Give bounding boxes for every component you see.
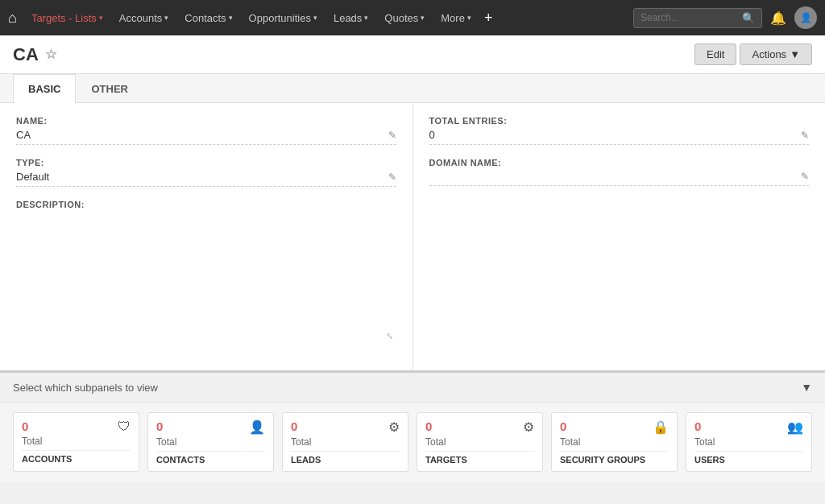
page-title-group: CA ☆ — [13, 44, 56, 65]
targets-caret-icon: ▾ — [99, 14, 103, 22]
targets-icon: ⚙ — [523, 419, 534, 435]
domain-name-label: DOMAIN NAME: — [429, 158, 810, 167]
accounts-name-label: ACCOUNTS — [22, 450, 131, 464]
home-icon[interactable]: ⌂ — [8, 10, 17, 27]
page-title: CA — [13, 44, 39, 65]
subpanel-accounts[interactable]: 0 🛡 Total ACCOUNTS — [13, 412, 139, 472]
form-left-col: NAME: CA ✎ TYPE: Default ✎ DESCRIPTION: … — [0, 103, 413, 370]
tab-basic[interactable]: BASIC — [13, 74, 76, 103]
name-edit-icon[interactable]: ✎ — [388, 130, 396, 141]
subpanels-collapse-icon[interactable]: ▼ — [801, 381, 812, 394]
subpanel-leads[interactable]: 0 ⚙ Total LEADS — [282, 412, 408, 472]
security-groups-icon: 🔒 — [653, 419, 669, 435]
tabs-bar: BASIC OTHER — [0, 74, 825, 103]
security-groups-name-label: SECURITY GROUPS — [560, 451, 669, 465]
actions-caret-icon: ▼ — [790, 48, 800, 60]
form-right-col: TOTAL ENTRIES: 0 ✎ DOMAIN NAME: ✎ — [413, 103, 826, 370]
nav-item-targets[interactable]: Targets - Lists ▾ — [25, 9, 110, 27]
security-groups-count: 0 — [560, 419, 566, 433]
contacts-caret-icon: ▾ — [229, 14, 233, 22]
page-header: CA ☆ Edit Actions ▼ — [0, 35, 825, 74]
accounts-total-label: Total — [22, 436, 131, 447]
type-value: Default — [16, 171, 49, 183]
contacts-icon: 👤 — [249, 419, 265, 435]
main-content: NAME: CA ✎ TYPE: Default ✎ DESCRIPTION: … — [0, 103, 825, 481]
contacts-name-label: CONTACTS — [156, 451, 265, 465]
nav-item-opportunities[interactable]: Opportunities ▾ — [243, 9, 324, 27]
type-value-row: Default ✎ — [16, 171, 396, 187]
total-entries-value-row: 0 ✎ — [429, 129, 810, 145]
subpanel-users[interactable]: 0 👥 Total USERS — [686, 412, 812, 472]
accounts-count: 0 — [22, 419, 28, 433]
quotes-caret-icon: ▾ — [421, 14, 425, 22]
search-input[interactable] — [641, 12, 737, 23]
nav-item-quotes[interactable]: Quotes ▾ — [378, 9, 431, 27]
subpanels-header-text: Select which subpanels to view — [13, 382, 158, 394]
security-groups-total-label: Total — [560, 436, 669, 448]
search-icon: 🔍 — [742, 12, 755, 24]
users-icon: 👥 — [787, 419, 803, 435]
type-edit-icon[interactable]: ✎ — [388, 171, 396, 183]
name-value-row: CA ✎ — [16, 129, 396, 145]
name-label: NAME: — [16, 116, 396, 126]
domain-name-field-group: DOMAIN NAME: ✎ — [429, 158, 810, 186]
search-box: 🔍 — [633, 8, 762, 28]
favorite-star-icon[interactable]: ☆ — [45, 47, 56, 62]
tab-other[interactable]: OTHER — [76, 74, 143, 103]
type-field-group: TYPE: Default ✎ — [16, 158, 396, 187]
contacts-total-label: Total — [156, 436, 265, 448]
header-actions: Edit Actions ▼ — [694, 43, 812, 65]
total-entries-field-group: TOTAL ENTRIES: 0 ✎ — [429, 116, 810, 145]
subpanels-header: Select which subpanels to view ▼ — [0, 373, 825, 403]
nav-item-contacts[interactable]: Contacts ▾ — [178, 9, 238, 27]
more-caret-icon: ▾ — [467, 14, 471, 22]
description-field-group: DESCRIPTION: ⤡ — [16, 200, 396, 345]
accounts-caret-icon: ▾ — [164, 14, 168, 22]
subpanels-section: Select which subpanels to view ▼ 0 🛡 Tot… — [0, 372, 825, 481]
notifications-icon[interactable]: 🔔 — [770, 10, 786, 26]
leads-total-label: Total — [291, 436, 400, 448]
targets-count: 0 — [425, 419, 432, 433]
type-label: TYPE: — [16, 158, 396, 167]
actions-button[interactable]: Actions ▼ — [740, 43, 812, 65]
name-field-group: NAME: CA ✎ — [16, 116, 396, 145]
domain-name-value-row: ✎ — [429, 171, 810, 186]
domain-name-edit-icon[interactable]: ✎ — [801, 171, 809, 182]
resize-icon: ⤡ — [386, 331, 393, 341]
leads-icon: ⚙ — [388, 419, 400, 435]
description-label: DESCRIPTION: — [16, 200, 396, 209]
leads-name-label: LEADS — [291, 451, 400, 465]
contacts-count: 0 — [156, 419, 163, 433]
total-entries-edit-icon[interactable]: ✎ — [801, 130, 809, 141]
edit-button[interactable]: Edit — [694, 43, 736, 65]
subpanel-targets[interactable]: 0 ⚙ Total TARGETS — [417, 412, 543, 472]
targets-total-label: Total — [425, 436, 534, 448]
navbar: ⌂ Targets - Lists ▾ Accounts ▾ Contacts … — [0, 0, 825, 35]
total-entries-value: 0 — [429, 129, 435, 141]
nav-item-accounts[interactable]: Accounts ▾ — [113, 9, 175, 27]
subpanel-contacts[interactable]: 0 👤 Total CONTACTS — [147, 412, 274, 472]
opportunities-caret-icon: ▾ — [313, 14, 317, 22]
nav-item-more[interactable]: More ▾ — [434, 9, 478, 27]
add-button[interactable]: + — [484, 10, 493, 27]
leads-count: 0 — [291, 419, 297, 433]
users-name-label: USERS — [694, 451, 803, 465]
subpanel-security-groups[interactable]: 0 🔒 Total SECURITY GROUPS — [551, 412, 678, 472]
total-entries-label: TOTAL ENTRIES: — [429, 116, 810, 126]
nav-item-leads[interactable]: Leads ▾ — [327, 9, 375, 27]
targets-name-label: TARGETS — [425, 451, 534, 465]
users-count: 0 — [694, 419, 701, 433]
accounts-icon: 🛡 — [118, 419, 131, 434]
subpanels-grid: 0 🛡 Total ACCOUNTS 0 👤 Total CONTACTS 0 … — [0, 403, 825, 481]
form-grid: NAME: CA ✎ TYPE: Default ✎ DESCRIPTION: … — [0, 103, 825, 372]
users-total-label: Total — [694, 436, 803, 448]
name-value: CA — [16, 129, 31, 141]
leads-caret-icon: ▾ — [364, 14, 368, 22]
avatar[interactable]: 👤 — [794, 6, 817, 29]
